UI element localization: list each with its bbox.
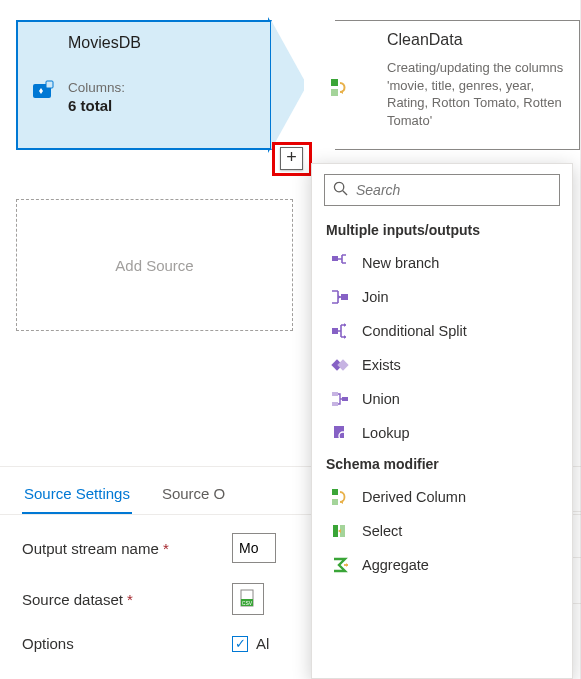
svg-rect-18 (332, 499, 338, 505)
lookup-icon (330, 423, 350, 443)
menu-section-schema: Schema modifier (312, 450, 572, 480)
menu-item-union[interactable]: Union (312, 382, 572, 416)
node-columns-label: Columns: (68, 80, 258, 95)
menu-item-label: Aggregate (362, 557, 429, 573)
svg-point-4 (334, 182, 343, 191)
svg-rect-8 (332, 328, 338, 334)
tab-source-settings[interactable]: Source Settings (22, 477, 132, 514)
output-stream-name-input[interactable] (232, 533, 276, 563)
menu-item-label: Union (362, 391, 400, 407)
source-dataset-button[interactable]: CSV (232, 583, 264, 615)
menu-item-label: New branch (362, 255, 439, 271)
svg-rect-12 (332, 402, 338, 406)
search-icon (333, 181, 348, 199)
menu-item-label: Exists (362, 357, 401, 373)
menu-item-lookup[interactable]: Lookup (312, 416, 572, 450)
menu-section-multi: Multiple inputs/outputs (312, 216, 572, 246)
source-node-moviesdb[interactable]: MoviesDB Columns: 6 total (16, 20, 272, 150)
csv-file-icon: CSV (239, 589, 257, 609)
svg-rect-7 (341, 294, 348, 300)
menu-item-new-branch[interactable]: New branch (312, 246, 572, 280)
checkbox-allow[interactable]: ✓ (232, 636, 248, 652)
svg-line-5 (343, 191, 347, 195)
options-label: Options (22, 635, 212, 652)
transform-node-cleandata[interactable]: CleanData Creating/updating the columns … (335, 20, 580, 150)
svg-rect-3 (331, 89, 338, 96)
menu-search[interactable] (324, 174, 560, 206)
add-transform-button[interactable]: + (280, 147, 303, 170)
branch-icon (330, 253, 350, 273)
svg-rect-19 (333, 525, 338, 537)
node-title: CleanData (387, 31, 571, 49)
node-arrow-out (271, 20, 307, 150)
union-icon (330, 389, 350, 409)
node-description: Creating/updating the columns 'movie, ti… (387, 59, 571, 129)
svg-rect-1 (46, 81, 53, 88)
svg-rect-6 (332, 256, 338, 261)
node-title: MoviesDB (68, 34, 258, 52)
menu-item-label: Conditional Split (362, 323, 467, 339)
derived-column-icon (330, 487, 350, 507)
menu-item-label: Join (362, 289, 389, 305)
source-dataset-icon (32, 80, 56, 102)
menu-item-select[interactable]: Select (312, 514, 572, 548)
output-stream-name-label: Output stream name * (22, 540, 212, 557)
node-columns-value: 6 total (68, 97, 258, 114)
add-source-button[interactable]: Add Source (16, 199, 293, 331)
svg-rect-17 (332, 489, 338, 495)
tab-source-options[interactable]: Source O (160, 477, 227, 514)
select-icon (330, 521, 350, 541)
option-allow-label: Al (256, 635, 269, 652)
transform-menu: Multiple inputs/outputs New branch Join … (311, 163, 573, 679)
svg-line-16 (346, 439, 349, 442)
search-input[interactable] (354, 181, 551, 199)
exists-icon (330, 355, 350, 375)
menu-item-aggregate[interactable]: Aggregate (312, 548, 572, 582)
menu-item-derived-column[interactable]: Derived Column (312, 480, 572, 514)
menu-item-label: Derived Column (362, 489, 466, 505)
conditional-split-icon (330, 321, 350, 341)
svg-text:CSV: CSV (242, 600, 253, 606)
menu-item-label: Lookup (362, 425, 410, 441)
menu-item-exists[interactable]: Exists (312, 348, 572, 382)
derived-column-icon (329, 77, 353, 102)
menu-item-join[interactable]: Join (312, 280, 572, 314)
source-dataset-label: Source dataset * (22, 591, 212, 608)
aggregate-icon (330, 555, 350, 575)
menu-item-conditional-split[interactable]: Conditional Split (312, 314, 572, 348)
svg-rect-11 (332, 392, 338, 396)
svg-rect-2 (331, 79, 338, 86)
add-source-label: Add Source (115, 257, 193, 274)
svg-rect-13 (342, 397, 348, 401)
menu-item-label: Select (362, 523, 402, 539)
join-icon (330, 287, 350, 307)
svg-rect-10 (337, 359, 348, 370)
